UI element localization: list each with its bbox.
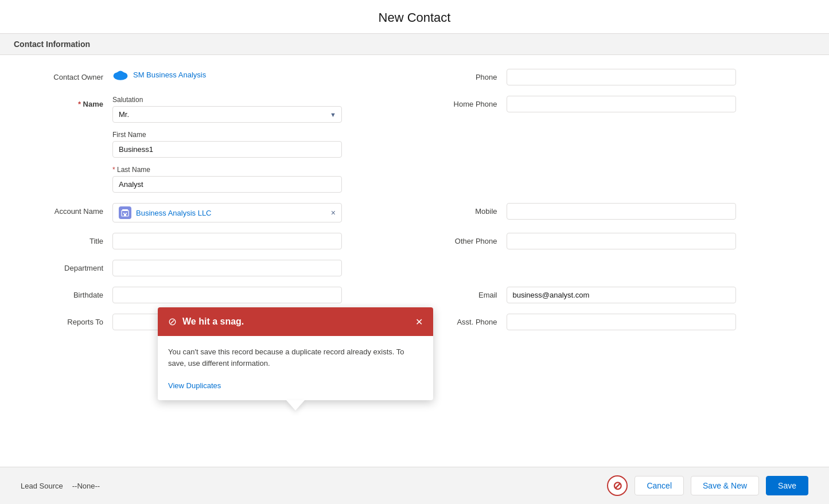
snag-popup: ⊘ We hit a snag. ✕ You can't save this r…: [158, 307, 433, 400]
row-name: Name Salutation Mr. Ms. Mrs. Dr. Prof. ▼: [21, 96, 808, 193]
lead-source-label: Lead Source: [21, 482, 63, 490]
snag-message: You can't save this record because a dup…: [168, 347, 404, 368]
account-name-content: Business Analysis LLC ×: [112, 203, 415, 222]
cancel-icon-button[interactable]: ⊘: [607, 475, 628, 496]
email-label: Email: [415, 287, 507, 299]
assistant-content: [507, 314, 809, 330]
reports-to-label: Reports To: [21, 314, 112, 326]
lead-source-value: --None--: [72, 482, 100, 490]
last-name-sublabel: Last Name: [112, 166, 415, 174]
salutation-sublabel: Salutation: [112, 96, 415, 104]
department-input[interactable]: [112, 260, 342, 276]
salesforce-cloud-icon: [112, 69, 129, 80]
col-contact-owner: Contact Owner SM Business Analysis: [21, 69, 415, 81]
snag-title: We hit a snag.: [182, 317, 410, 327]
department-label: Department: [21, 260, 112, 272]
account-clear-icon[interactable]: ×: [331, 208, 336, 217]
form-body: Contact Owner SM Business Analysis: [0, 55, 829, 386]
section-header-contact-info: Contact Information: [0, 34, 829, 55]
mobile-input[interactable]: [507, 203, 736, 220]
contact-owner-label: Contact Owner: [21, 69, 112, 81]
col-phone: Phone: [415, 69, 809, 85]
snag-error-icon: ⊘: [168, 315, 177, 328]
account-icon: [119, 206, 131, 219]
save-button[interactable]: Save: [766, 476, 808, 495]
svg-rect-7: [124, 214, 126, 216]
assistant-input[interactable]: [507, 314, 736, 330]
svg-rect-8: [122, 209, 128, 211]
birthdate-label: Birthdate: [21, 287, 112, 299]
row-contact-owner: Contact Owner SM Business Analysis: [21, 69, 808, 85]
row-title: Title Other Phone: [21, 233, 808, 249]
account-building-icon: [121, 209, 129, 217]
contact-owner-content: SM Business Analysis: [112, 69, 415, 80]
snag-body: You can't save this record because a dup…: [158, 336, 433, 400]
cancel-button[interactable]: Cancel: [635, 476, 684, 495]
row-department: Department: [21, 260, 808, 276]
mobile-label: Mobile: [415, 203, 507, 216]
first-name-input[interactable]: [112, 141, 342, 158]
svg-point-3: [117, 71, 124, 77]
col-department: Department: [21, 260, 415, 276]
salutation-select[interactable]: Mr. Ms. Mrs. Dr. Prof.: [112, 106, 342, 123]
col-title: Title: [21, 233, 415, 249]
page-title: New Contact: [0, 0, 829, 34]
svg-rect-6: [126, 213, 127, 214]
account-field[interactable]: Business Analysis LLC ×: [112, 203, 342, 222]
phone-label: Phone: [415, 69, 507, 81]
col-assistant: Asst. Phone: [415, 314, 809, 330]
home-phone-input[interactable]: [507, 96, 736, 112]
col-email: Email: [415, 287, 809, 303]
snag-header: ⊘ We hit a snag. ✕: [158, 307, 433, 336]
contact-owner-row: SM Business Analysis: [112, 69, 415, 80]
col-mobile: Mobile: [415, 203, 809, 220]
first-name-sublabel: First Name: [112, 131, 415, 139]
department-content: [112, 260, 415, 276]
view-duplicates-link[interactable]: View Duplicates: [168, 381, 221, 390]
email-input[interactable]: [507, 287, 736, 303]
home-phone-label: Home Phone: [415, 96, 507, 108]
other-phone-label: Other Phone: [415, 233, 507, 245]
row-account-name: Account Name Business Analy: [21, 203, 808, 222]
title-content: [112, 233, 415, 249]
col-account-name: Account Name Business Analy: [21, 203, 415, 222]
last-name-input[interactable]: [112, 176, 342, 193]
home-phone-content: [507, 96, 809, 112]
cancel-icon-symbol: ⊘: [613, 480, 622, 491]
phone-input[interactable]: [507, 69, 736, 85]
title-label: Title: [21, 233, 112, 245]
salutation-wrapper: Mr. Ms. Mrs. Dr. Prof. ▼: [112, 106, 342, 123]
title-input[interactable]: [112, 233, 342, 249]
col-birthdate: Birthdate: [21, 287, 415, 303]
account-name-value: Business Analysis LLC: [136, 209, 328, 217]
snag-arrow: [286, 400, 305, 411]
email-content: [507, 287, 809, 303]
save-new-button[interactable]: Save & New: [691, 476, 759, 495]
col-other-phone: Other Phone: [415, 233, 809, 249]
other-phone-input[interactable]: [507, 233, 736, 249]
birthdate-content: [112, 287, 415, 303]
name-label: Name: [21, 96, 112, 108]
footer-bar: Lead Source --None-- ⊘ Cancel Save & New…: [0, 467, 829, 504]
name-content: Salutation Mr. Ms. Mrs. Dr. Prof. ▼ Firs…: [112, 96, 415, 193]
contact-owner-name[interactable]: SM Business Analysis: [133, 71, 206, 79]
svg-rect-5: [123, 213, 124, 214]
snag-close-button[interactable]: ✕: [415, 317, 423, 327]
col-home-phone: Home Phone: [415, 96, 809, 112]
mobile-content: [507, 203, 809, 220]
other-phone-content: [507, 233, 809, 249]
birthdate-input[interactable]: [112, 287, 342, 303]
phone-content: [507, 69, 809, 85]
account-name-label: Account Name: [21, 203, 112, 216]
row-birthdate: Birthdate Email: [21, 287, 808, 303]
col-name: Name Salutation Mr. Ms. Mrs. Dr. Prof. ▼: [21, 96, 415, 193]
footer-left: Lead Source --None--: [21, 482, 100, 490]
